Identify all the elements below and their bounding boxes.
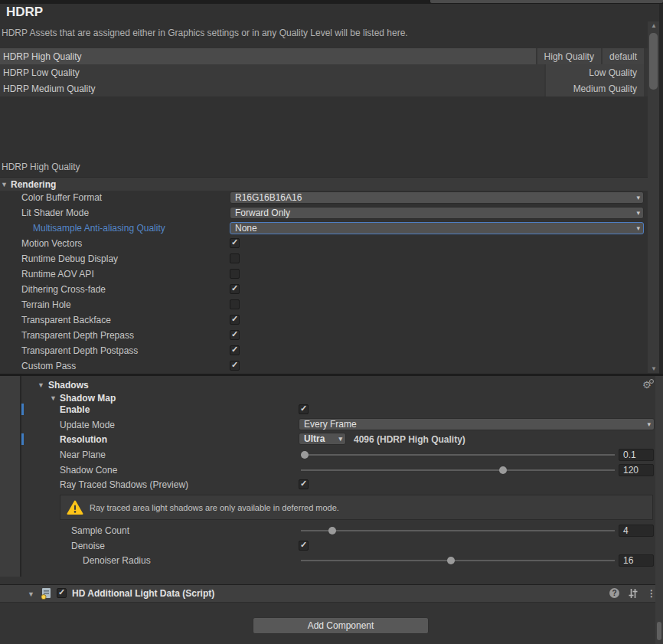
lower-scrollbar-track[interactable] [655, 376, 663, 644]
component-header[interactable]: ▼ HD Additional Light Data (Script) ? ⋮ [0, 584, 663, 603]
field-label: Lit Shader Mode [21, 205, 89, 221]
resolution-dropdown[interactable]: Ultra ▾ [299, 433, 346, 445]
page-description: HDRP Assets that are assigned either in … [2, 28, 408, 38]
denoiser-radius-slider[interactable] [301, 554, 615, 567]
field-row-denoiser-radius: Denoiser Radius 16 [0, 553, 663, 568]
field-row-ray-traced-shadows: Ray Traced Shadows (Preview) [0, 477, 663, 492]
add-component-button[interactable]: Add Component [253, 617, 429, 634]
field-row-msaa-quality: Multisample Anti-aliasing Quality None ▾ [0, 221, 648, 236]
quality-badge: High Quality [537, 48, 601, 64]
slider-thumb[interactable] [301, 451, 309, 459]
field-label: Runtime Debug Display [21, 251, 118, 266]
slider-track[interactable] [301, 454, 615, 456]
field-label: Near Plane [60, 447, 106, 463]
scroll-down-icon[interactable]: ▼ [651, 365, 657, 372]
slider-track[interactable] [301, 560, 615, 561]
help-icon[interactable]: ? [609, 588, 619, 598]
slider-track[interactable] [301, 469, 615, 471]
lit-shader-mode-dropdown[interactable]: Forward Only ▾ [230, 207, 644, 219]
selected-asset-title: HDRP High Quality [2, 162, 80, 172]
field-label: Dithering Cross-fade [21, 282, 106, 297]
slider-track[interactable] [301, 530, 615, 531]
field-row-denoise: Denoise [0, 538, 663, 554]
field-row-update-mode: Update Mode Every Frame ▾ [0, 417, 663, 433]
near-plane-slider[interactable] [301, 449, 615, 461]
near-plane-value[interactable]: 0.1 [619, 449, 654, 461]
field-label: Denoise [71, 538, 105, 554]
component-title: HD Additional Light Data (Script) [72, 586, 214, 601]
chevron-down-icon: ▾ [636, 193, 640, 203]
warning-text: Ray traced area light shadows are only a… [90, 495, 339, 521]
rendering-section-header[interactable]: ▼ Rendering [0, 177, 648, 191]
page-title: HDRP [6, 5, 43, 20]
denoiser-radius-value[interactable]: 16 [619, 554, 654, 567]
field-label: Runtime AOV API [21, 266, 94, 282]
chevron-down-icon: ▾ [338, 434, 342, 444]
foldout-icon[interactable]: ▼ [28, 587, 34, 601]
warning-box: Ray traced area light shadows are only a… [60, 495, 653, 520]
terrain-hole-checkbox[interactable] [230, 299, 240, 309]
transparent-depth-prepass-checkbox[interactable] [230, 330, 240, 340]
enable-checkbox[interactable] [299, 404, 309, 414]
msaa-quality-dropdown[interactable]: None ▾ [230, 222, 644, 234]
transparent-depth-postpass-checkbox[interactable] [230, 345, 240, 355]
field-row-runtime-aov-api: Runtime AOV API [0, 266, 648, 282]
sample-count-slider[interactable] [301, 525, 615, 537]
field-row-transparent-depth-prepass: Transparent Depth Prepass [0, 328, 648, 343]
scroll-up-icon[interactable]: ▲ [651, 22, 657, 29]
upper-scrollbar-thumb[interactable] [649, 33, 658, 90]
ray-traced-shadows-checkbox[interactable] [299, 479, 309, 489]
shadow-cone-value[interactable]: 120 [619, 464, 654, 476]
field-label: Color Buffer Format [21, 190, 102, 205]
denoise-checkbox[interactable] [299, 541, 309, 551]
field-row-terrain-hole: Terrain Hole [0, 297, 648, 312]
lower-scrollbar-thumb[interactable] [657, 622, 661, 640]
field-row-color-buffer-format: Color Buffer Format R16G16B16A16 ▾ [0, 190, 648, 205]
field-row-motion-vectors: Motion Vectors [0, 236, 648, 251]
asset-row-hdrp-high-quality[interactable]: HDRP High Quality High Quality default [0, 48, 648, 64]
component-enabled-checkbox[interactable] [57, 588, 67, 598]
field-row-runtime-debug-display: Runtime Debug Display [0, 251, 648, 266]
dithering-cross-fade-checkbox[interactable] [230, 284, 240, 294]
field-label: Multisample Anti-aliasing Quality [33, 221, 165, 236]
asset-row-hdrp-low-quality[interactable]: HDRP Low Quality Low Quality [0, 64, 648, 80]
dropdown-value: Every Frame [304, 419, 357, 430]
top-scrollbar-thumb[interactable] [430, 0, 663, 3]
custom-pass-checkbox[interactable] [230, 361, 240, 371]
override-bar [21, 404, 24, 415]
dropdown-value: None [235, 223, 257, 234]
warning-icon [67, 500, 83, 515]
field-row-transparent-backface: Transparent Backface [0, 312, 648, 328]
field-row-shadow-cone: Shadow Cone 120 [0, 463, 663, 478]
field-row-resolution: Resolution Ultra ▾ 4096 (HDRP High Quali… [0, 432, 663, 447]
field-row-dithering-cross-fade: Dithering Cross-fade [0, 282, 648, 297]
field-row-near-plane: Near Plane 0.1 [0, 447, 663, 463]
resolution-detail: 4096 (HDRP High Quality) [354, 432, 465, 447]
top-scrollbar-track[interactable] [0, 0, 663, 4]
field-row-lit-shader-mode: Lit Shader Mode Forward Only ▾ [0, 205, 648, 221]
motion-vectors-checkbox[interactable] [230, 238, 240, 248]
slider-thumb[interactable] [328, 527, 336, 534]
override-bar [21, 433, 24, 445]
preset-icon[interactable]: ⚙ [642, 380, 652, 391]
field-label: Transparent Depth Postpass [21, 343, 138, 358]
field-label: Resolution [60, 432, 107, 447]
asset-row-hdrp-medium-quality[interactable]: HDRP Medium Quality Medium Quality [0, 80, 648, 96]
field-label: Transparent Depth Prepass [21, 328, 134, 343]
dropdown-value: Ultra [304, 433, 325, 444]
field-label: Update Mode [60, 417, 115, 433]
runtime-debug-display-checkbox[interactable] [230, 253, 240, 263]
color-buffer-format-dropdown[interactable]: R16G16B16A16 ▾ [230, 191, 644, 204]
field-label: Ray Traced Shadows (Preview) [60, 477, 188, 492]
shadow-cone-slider[interactable] [301, 464, 615, 476]
preset-sliders-icon[interactable] [628, 588, 639, 599]
sample-count-value[interactable]: 4 [619, 525, 654, 537]
slider-thumb[interactable] [499, 466, 507, 474]
quality-badge: Medium Quality [546, 80, 644, 96]
field-row-enable: Enable [0, 402, 663, 417]
update-mode-dropdown[interactable]: Every Frame ▾ [299, 418, 655, 430]
transparent-backface-checkbox[interactable] [230, 315, 240, 325]
runtime-aov-api-checkbox[interactable] [230, 269, 240, 279]
field-label: Motion Vectors [21, 236, 82, 251]
slider-thumb[interactable] [447, 557, 455, 564]
